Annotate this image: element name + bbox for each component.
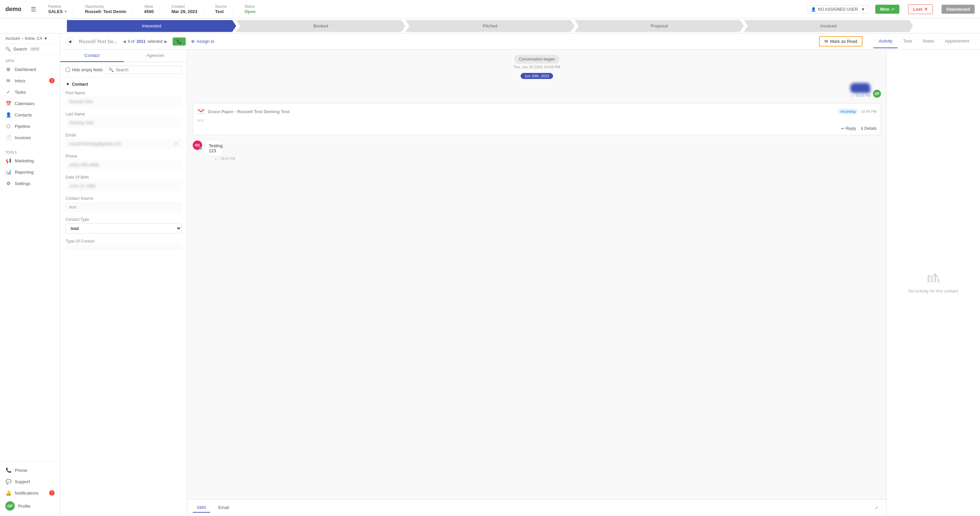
- chevron-down-icon: ▼: [65, 82, 70, 87]
- assign-to-button[interactable]: ⊕ Assign to: [191, 39, 214, 44]
- support-icon: 💬: [5, 479, 11, 484]
- settings-icon: ⚙: [5, 180, 11, 186]
- tab-appointment[interactable]: Appointment: [940, 35, 975, 48]
- calendars-label: Calendars: [15, 101, 35, 106]
- sidebar-item-settings[interactable]: ⚙ Settings: [0, 178, 60, 189]
- account-label: Account -- Irvine, CA: [5, 36, 43, 41]
- invoices-label: Invoices: [15, 135, 31, 140]
- email-value[interactable]: russell.deming@gmail.com ✏: [65, 139, 182, 148]
- message-incoming-row: RD Testing 123 ✓✓ 08:04 PM: [193, 140, 881, 161]
- stage-interested[interactable]: Interested: [67, 20, 236, 32]
- chat-tab-sms[interactable]: SMS: [193, 503, 210, 513]
- sidebar-item-tasks[interactable]: ✓ Tasks: [0, 86, 60, 98]
- first-name-value: Russell Test: [65, 97, 182, 107]
- three-panel: Contact Agencies Hide empty fields 🔍: [60, 49, 980, 516]
- contact-search-box[interactable]: 🔍: [105, 65, 182, 74]
- prev-contact-arrow[interactable]: ◀: [65, 37, 73, 46]
- expand-button[interactable]: ⤢: [872, 503, 881, 513]
- sidebar-item-inbox[interactable]: ✉ Inbox 2: [0, 75, 60, 86]
- abandoned-button[interactable]: Abandoned: [942, 5, 975, 14]
- tools-label: Tools: [0, 148, 60, 155]
- pagination-current: 9 of: [128, 39, 135, 44]
- details-button[interactable]: ℹ Details: [861, 126, 877, 131]
- assigned-user-label: NO ASSIGNED USER.: [818, 7, 859, 12]
- sidebar-item-phone[interactable]: 📞 Phone: [0, 465, 60, 476]
- inbox-label: Inbox: [15, 78, 25, 83]
- assigned-user-dropdown[interactable]: 👤 NO ASSIGNED USER. ▼: [807, 5, 869, 13]
- profile-avatar: GP: [5, 501, 15, 511]
- pipeline-label: Pipeline: [15, 124, 30, 129]
- hide-empty-fields-button[interactable]: Hide empty fields: [65, 68, 103, 72]
- last-name-label: Last Name: [65, 112, 182, 116]
- field-phone: Phone (415) 555-4890: [65, 154, 182, 170]
- contact-section-header[interactable]: ▼ Contact: [65, 82, 182, 87]
- email-header: Grace Paper - Russell Test Deming Test I…: [197, 107, 877, 115]
- gmail-icon: [197, 107, 205, 115]
- sidebar-bottom: 📞 Phone 💬 Support 🔔 Notifications 7 GP P…: [0, 462, 60, 516]
- phone-label: Phone: [15, 468, 27, 473]
- sidebar-item-calendars[interactable]: 📅 Calendars: [0, 98, 60, 109]
- stage-booked[interactable]: Booked: [236, 20, 406, 32]
- hide-empty-checkbox[interactable]: [65, 68, 70, 72]
- edit-icon[interactable]: ✏: [174, 141, 178, 146]
- stage-invoiced[interactable]: Invoiced: [744, 20, 913, 32]
- stage-pitched[interactable]: Pitched: [406, 20, 575, 32]
- pipeline-value[interactable]: SALES ▼: [48, 9, 67, 14]
- stage-proposal[interactable]: Proposal: [574, 20, 744, 32]
- app-logo: demo: [5, 6, 21, 13]
- chevron-down-icon: ▼: [861, 7, 865, 12]
- sidebar-item-contacts[interactable]: 👤 Contacts: [0, 109, 60, 121]
- chart-icon: [927, 272, 940, 286]
- chat-messages: Conversation began Tue, Jun 20 2023, 04:…: [188, 49, 886, 499]
- reply-button[interactable]: ↩ Reply: [841, 126, 856, 131]
- phone-call-button[interactable]: 📞: [173, 37, 186, 46]
- field-contact-type: Contact Type lead customer prospect: [65, 217, 182, 234]
- sidebar-item-pipeline[interactable]: ⬡ Pipeline: [0, 121, 60, 132]
- contact-tab-contact[interactable]: Contact: [60, 49, 124, 62]
- svg-rect-4: [934, 274, 936, 282]
- dob-value: June 21 1985: [65, 181, 182, 191]
- created-section: Created Mar 29, 2023: [166, 4, 203, 14]
- hamburger-icon[interactable]: ☰: [31, 6, 36, 13]
- sender-avatar: SP: [873, 90, 881, 98]
- phone-value: (415) 555-4890: [65, 160, 182, 170]
- contact-actions-bar: Hide empty fields 🔍: [60, 62, 187, 78]
- tab-activity[interactable]: Activity: [873, 35, 898, 48]
- pagination-prev[interactable]: ◀: [123, 39, 126, 44]
- sidebar-item-notifications[interactable]: 🔔 Notifications 7: [0, 487, 60, 498]
- reporting-label: Reporting: [15, 170, 33, 175]
- source-label: Source: [215, 4, 227, 8]
- contact-search-input[interactable]: [116, 68, 179, 72]
- sidebar-item-support[interactable]: 💬 Support: [0, 476, 60, 487]
- check-icon: ✓: [891, 7, 895, 12]
- mark-as-read-button[interactable]: ✉ Mark as Read: [819, 36, 862, 46]
- sidebar-item-reporting[interactable]: 📊 Reporting: [0, 166, 60, 178]
- search-bar[interactable]: 🔍 Search ctrl K: [0, 44, 60, 54]
- chat-input-area: SMS Email ⤢: [188, 499, 886, 516]
- contact-type-select[interactable]: lead customer prospect: [65, 223, 182, 234]
- contact-panel-tabs: Contact Agencies: [60, 49, 187, 62]
- tools-section: Tools 📢 Marketing 📊 Reporting ⚙ Settings: [0, 146, 60, 192]
- message-content: ✓✓ 04:04 PM: [850, 83, 870, 98]
- won-label: Won: [880, 7, 889, 12]
- stage-bar: Interested Booked Pitched Proposal Invoi…: [0, 19, 980, 33]
- opportunity-value: Russell- Test Demin: [85, 9, 126, 14]
- search-icon: 🔍: [5, 46, 11, 51]
- sidebar-item-marketing[interactable]: 📢 Marketing: [0, 155, 60, 166]
- sidebar-item-profile[interactable]: GP Profile: [0, 498, 60, 513]
- contact-tab-agencies[interactable]: Agencies: [124, 49, 188, 62]
- conversation-began-badge: Conversation began: [514, 55, 559, 64]
- field-email: Email russell.deming@gmail.com ✏: [65, 133, 182, 148]
- sidebar-item-dashboard[interactable]: ⊞ Dashboard: [0, 64, 60, 75]
- lost-button[interactable]: Lost ✕: [908, 4, 932, 14]
- tab-task[interactable]: Task: [898, 35, 918, 48]
- account-switcher[interactable]: Account -- Irvine, CA ▼: [0, 33, 60, 44]
- pagination-next[interactable]: ▶: [164, 39, 167, 44]
- created-value: Mar 29, 2023: [171, 9, 197, 14]
- chat-tab-email[interactable]: Email: [214, 503, 233, 513]
- envelope-icon: ✉: [824, 39, 828, 44]
- value-value: 4500: [144, 9, 154, 14]
- sidebar-item-invoices[interactable]: 📄 Invoices: [0, 132, 60, 143]
- tab-notes[interactable]: Notes: [918, 35, 940, 48]
- won-button[interactable]: Won ✓: [875, 5, 899, 14]
